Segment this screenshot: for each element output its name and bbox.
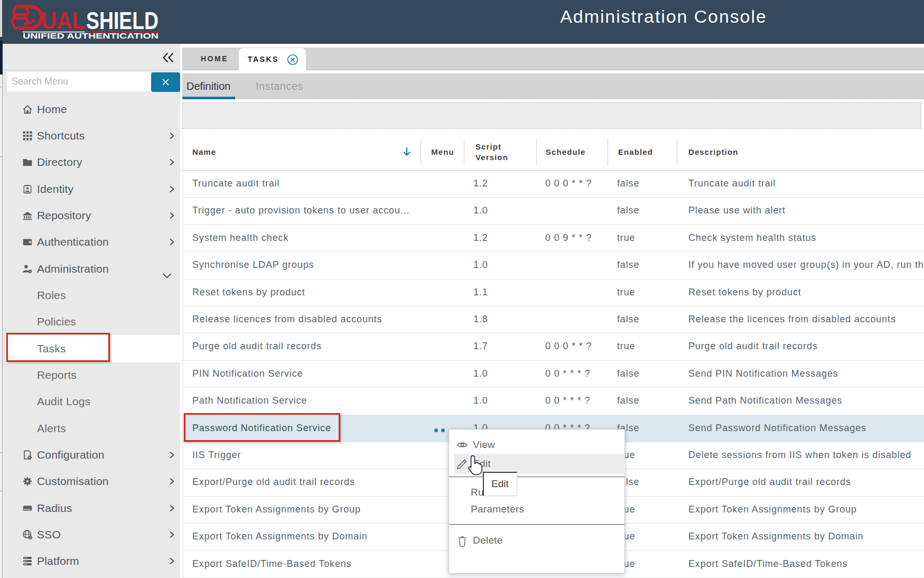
svg-text:UNIFIED AUTHENTICATION: UNIFIED AUTHENTICATION <box>23 32 158 40</box>
svg-text:SHIELD: SHIELD <box>86 7 158 34</box>
svg-text:UAL: UAL <box>41 7 85 34</box>
